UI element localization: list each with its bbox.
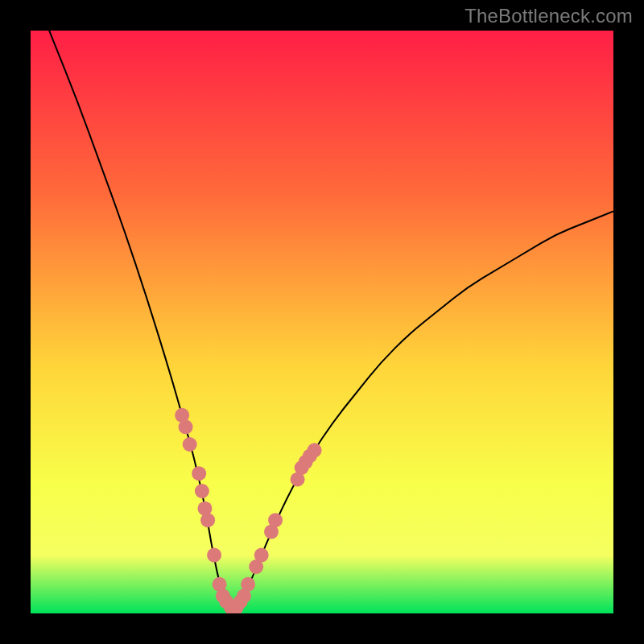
scatter-dot xyxy=(207,548,221,563)
attribution-text: TheBottleneck.com xyxy=(464,5,633,27)
gradient-background xyxy=(31,31,613,613)
scatter-dot xyxy=(254,548,269,563)
scatter-dot xyxy=(192,466,206,481)
chart-svg xyxy=(31,31,613,613)
scatter-dot xyxy=(195,484,209,498)
scatter-dot xyxy=(183,437,197,452)
frame: TheBottleneck.com xyxy=(0,0,644,644)
scatter-dot xyxy=(241,577,255,592)
scatter-dot xyxy=(308,443,322,457)
plot-area xyxy=(31,31,613,613)
scatter-dot xyxy=(200,513,215,527)
scatter-dot xyxy=(179,419,193,434)
scatter-dot xyxy=(268,513,283,527)
